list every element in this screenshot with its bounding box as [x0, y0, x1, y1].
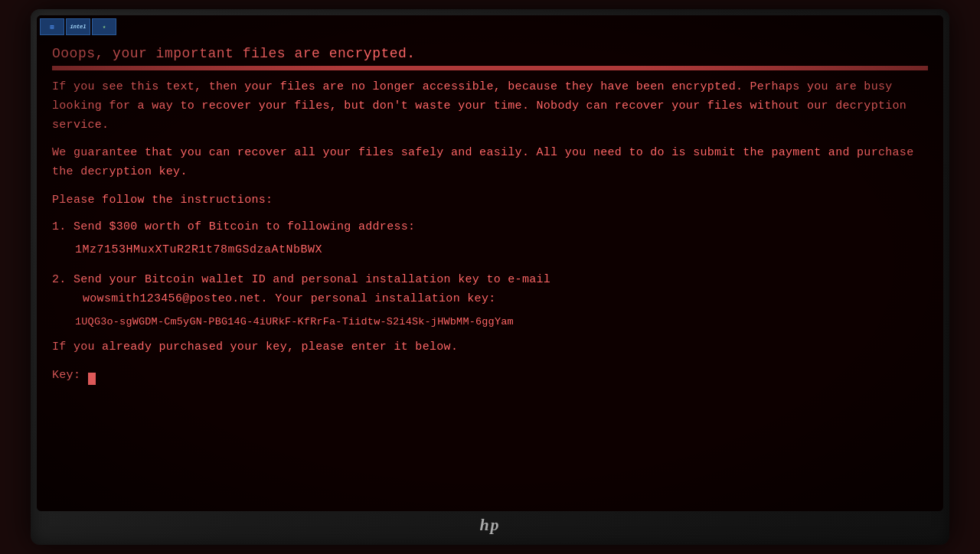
monitor-bottom: hp	[37, 511, 943, 539]
instructions-header: Please follow the instructions:	[52, 191, 928, 210]
step2-label: 2. Send your Bitcoin wallet ID and perso…	[52, 271, 928, 309]
bitcoin-address: 1Mz7153HMuxXTuR2R1t78mGSdzaAtNbBWX	[75, 241, 928, 260]
ransom-title: Ooops, your important files are encrypte…	[52, 46, 928, 61]
text-cursor	[88, 373, 96, 385]
intel-icon: intel	[66, 18, 90, 35]
key-input-line[interactable]: Key:	[52, 367, 928, 386]
windows-icon: ⊞	[40, 18, 64, 35]
footer-line1: If you already purchased your key, pleas…	[52, 338, 928, 357]
monitor-outer: ⊞ intel ★ Ooops, your important files ar…	[31, 9, 949, 545]
paragraph2: We guarantee that you can recover all yo…	[52, 144, 928, 182]
body-text-block: If you see this text, then your files ar…	[52, 78, 928, 385]
paragraph1: If you see this text, then your files ar…	[52, 78, 928, 135]
hp-logo: hp	[479, 515, 500, 535]
personal-key: 1UQG3o-sgWGDM-Cm5yGN-PBG14G-4iURkF-KfRrF…	[75, 314, 928, 331]
taskbar-icons: ⊞ intel ★	[40, 18, 116, 35]
step1-label: 1. Send $300 worth of Bitcoin to followi…	[52, 218, 928, 237]
screen-content: Ooops, your important files are encrypte…	[37, 15, 943, 511]
red-separator	[52, 66, 928, 70]
monitor-bezel: ⊞ intel ★ Ooops, your important files ar…	[37, 15, 943, 511]
energy-star-icon: ★	[92, 18, 116, 35]
